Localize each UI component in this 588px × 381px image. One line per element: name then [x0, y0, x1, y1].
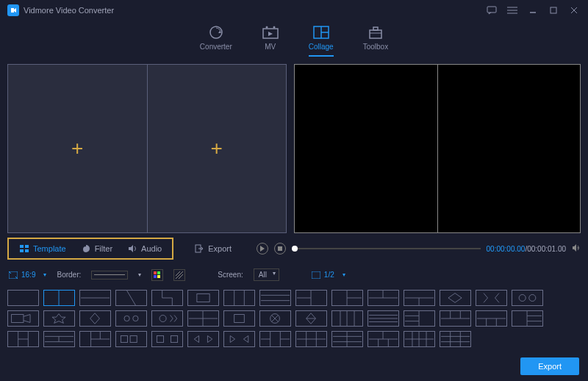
svg-marker-27	[260, 246, 265, 252]
template-item[interactable]	[476, 290, 507, 306]
time-display: 00:00:00.00/00:00:01.00	[487, 245, 566, 253]
template-button[interactable]: Template	[12, 241, 74, 257]
template-item[interactable]	[440, 310, 471, 327]
template-item[interactable]	[151, 331, 183, 347]
template-item[interactable]	[115, 310, 147, 327]
svg-point-61	[124, 316, 129, 321]
tab-mv[interactable]: MV	[262, 25, 279, 57]
template-item[interactable]	[331, 331, 363, 347]
filter-button[interactable]: Filter	[74, 241, 120, 257]
template-item[interactable]	[187, 290, 219, 306]
app-title: Vidmore Video Converter	[24, 6, 114, 15]
page-indicator[interactable]: 1/2 ▾	[312, 271, 345, 279]
svg-rect-38	[312, 271, 320, 279]
export-tab-button[interactable]: Export	[187, 241, 239, 257]
template-item[interactable]	[512, 310, 543, 327]
svg-marker-14	[268, 32, 273, 36]
svg-rect-32	[157, 271, 160, 274]
screen-selector[interactable]: All	[254, 268, 279, 281]
svg-rect-102	[171, 335, 178, 342]
template-item[interactable]	[512, 290, 543, 306]
screen-label: Screen:	[218, 271, 243, 279]
template-item[interactable]	[368, 290, 399, 306]
template-item[interactable]	[331, 310, 363, 327]
template-item[interactable]	[295, 331, 327, 347]
template-item[interactable]	[295, 310, 327, 327]
template-item[interactable]	[404, 290, 435, 306]
export-label: Export	[208, 244, 232, 253]
editor-pane-2[interactable]: +	[148, 65, 287, 232]
close-icon[interactable]	[567, 4, 581, 17]
template-item[interactable]	[79, 331, 111, 347]
template-item[interactable]	[43, 290, 75, 306]
svg-rect-24	[25, 249, 29, 252]
template-item[interactable]	[7, 290, 39, 306]
template-item[interactable]	[223, 331, 255, 347]
svg-rect-19	[373, 27, 378, 30]
template-item[interactable]	[79, 310, 111, 327]
maximize-icon[interactable]	[547, 4, 560, 17]
svg-rect-1	[487, 7, 496, 13]
stop-button[interactable]	[274, 243, 286, 254]
template-item[interactable]	[43, 331, 75, 347]
tab-collage[interactable]: Collage	[309, 25, 334, 57]
template-item[interactable]	[115, 290, 147, 306]
svg-rect-100	[130, 335, 137, 342]
template-item[interactable]	[43, 310, 75, 327]
border-style-selector[interactable]	[91, 271, 128, 279]
template-item[interactable]	[331, 290, 363, 306]
template-item[interactable]	[259, 310, 291, 327]
add-icon: +	[211, 137, 223, 160]
svg-rect-58	[12, 315, 24, 323]
template-item[interactable]	[223, 310, 255, 327]
svg-marker-103	[194, 335, 198, 342]
template-item[interactable]	[440, 331, 471, 347]
template-item[interactable]	[187, 331, 219, 347]
svg-point-63	[159, 315, 166, 321]
tab-converter[interactable]: Converter	[200, 25, 232, 57]
template-item[interactable]	[7, 331, 39, 347]
editor-pane-1[interactable]: +	[8, 65, 148, 232]
template-item[interactable]	[115, 331, 147, 347]
template-item[interactable]	[440, 290, 471, 306]
titlebar: Vidmore Video Converter	[0, 0, 588, 21]
svg-point-12	[265, 26, 268, 29]
play-button[interactable]	[257, 243, 268, 254]
template-item[interactable]	[223, 290, 255, 306]
template-item[interactable]	[151, 310, 183, 327]
template-item[interactable]	[404, 310, 435, 327]
aspect-ratio-selector[interactable]: 16:9 ▾	[9, 271, 46, 279]
template-item[interactable]	[259, 290, 291, 306]
template-item[interactable]	[476, 310, 507, 327]
svg-rect-6	[551, 7, 556, 13]
template-item[interactable]	[259, 331, 291, 347]
volume-icon[interactable]	[572, 243, 581, 254]
menu-icon[interactable]	[506, 4, 519, 17]
template-item[interactable]	[151, 290, 183, 306]
template-item[interactable]	[295, 290, 327, 306]
svg-rect-31	[154, 271, 157, 274]
filter-icon	[81, 243, 91, 254]
color-picker-button[interactable]	[151, 269, 163, 281]
tab-toolbox[interactable]: Toolbox	[363, 25, 388, 57]
svg-marker-25	[129, 245, 133, 252]
minimize-icon[interactable]	[526, 4, 539, 17]
svg-marker-55	[448, 293, 462, 303]
pattern-button[interactable]	[173, 269, 185, 281]
template-item[interactable]	[79, 290, 111, 306]
template-item[interactable]	[368, 310, 399, 327]
template-item[interactable]	[368, 331, 399, 347]
page-value: 1/2	[324, 271, 334, 279]
audio-button[interactable]: Audio	[120, 241, 169, 257]
filter-label: Filter	[95, 244, 112, 253]
template-item[interactable]	[7, 310, 39, 327]
svg-marker-105	[230, 335, 234, 342]
app-logo	[7, 4, 19, 16]
ratio-value: 16:9	[21, 271, 35, 279]
progress-bar[interactable]	[292, 248, 481, 249]
feedback-icon[interactable]	[485, 4, 498, 17]
template-item[interactable]	[187, 310, 219, 327]
export-button[interactable]: Export	[520, 357, 579, 375]
template-item[interactable]	[404, 331, 435, 347]
svg-marker-60	[90, 313, 100, 324]
